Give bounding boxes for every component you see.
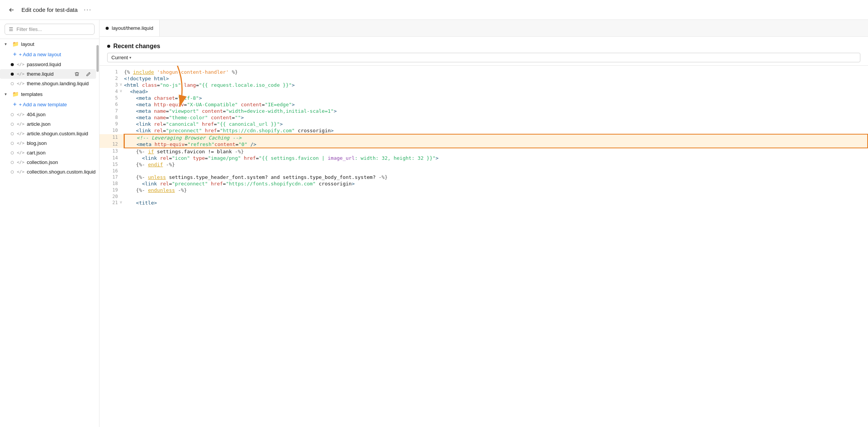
back-button[interactable] — [6, 5, 17, 15]
line-number: 8 — [100, 114, 118, 121]
line-code[interactable]: <meta http-equiv="refresh"content="0" /> — [124, 141, 868, 148]
line-code[interactable] — [124, 168, 868, 174]
line-code[interactable]: {%- if settings.favicon != blank -%} — [124, 148, 868, 155]
tab-bar: layout/theme.liquid — [100, 20, 868, 37]
dot — [11, 123, 14, 126]
line-code[interactable]: {%- endif -%} — [124, 161, 868, 168]
editor-tab[interactable]: layout/theme.liquid — [100, 20, 160, 36]
chevron-down-icon: ▾ — [129, 55, 131, 60]
file-name-shogun: theme.shogun.landing.liquid — [27, 81, 89, 86]
code-line-13: 13 {%- if settings.favicon != blank -%} — [100, 148, 868, 155]
line-version — [118, 127, 124, 134]
line-code[interactable]: <meta http-equiv="X-UA-Compatible" conte… — [124, 101, 868, 108]
code-line-5: 5 <meta charset="utf-8"> — [100, 95, 868, 101]
line-code[interactable]: <meta charset="utf-8"> — [124, 95, 868, 101]
tab-label: layout/theme.liquid — [112, 25, 153, 31]
templates-folder[interactable]: ▾ 📁 templates — [0, 89, 96, 99]
line-number: 13 — [100, 148, 118, 155]
code-container[interactable]: 1 {% include 'shogun-content-handler' %}… — [100, 66, 868, 427]
line-code[interactable]: <link rel="canonical" href="{{ canonical… — [124, 121, 868, 127]
add-template-button[interactable]: + + Add a new template — [0, 99, 96, 110]
tag: </> — [17, 160, 24, 165]
line-version — [118, 193, 124, 200]
code-line-2: 2 <!doctype html> — [100, 75, 868, 82]
line-number: 2 — [100, 75, 118, 82]
line-number: 18 — [100, 180, 118, 187]
templates-chevron: ▾ — [5, 92, 10, 97]
sidebar-scrollbar[interactable] — [96, 39, 99, 427]
dot — [11, 161, 14, 164]
code-line-19: 19 {%- endunless -%} — [100, 187, 868, 193]
file-collection[interactable]: </> collection.json — [0, 157, 96, 167]
line-number: 9 — [100, 121, 118, 127]
templates-folder-icon: 📁 — [12, 91, 19, 97]
line-code[interactable]: <!-- Leveraging Browser Caching --> — [124, 134, 868, 141]
code-line-17: 17 {%- unless settings.type_header_font.… — [100, 174, 868, 180]
folder-icon: 📁 — [12, 41, 19, 47]
line-code[interactable]: {%- unless settings.type_header_font.sys… — [124, 174, 868, 180]
line-version: v — [118, 88, 124, 95]
current-dropdown[interactable]: Current ▾ — [107, 53, 860, 62]
file-password-liquid[interactable]: </> password.liquid — [0, 60, 96, 69]
file-cart[interactable]: </> cart.json — [0, 148, 96, 157]
line-code[interactable]: <meta name="viewport" content="width=dev… — [124, 108, 868, 114]
filter-icon: ☰ — [9, 26, 13, 32]
file-404[interactable]: </> 404.json — [0, 110, 96, 119]
file-article[interactable]: </> article.json — [0, 119, 96, 129]
add-layout-button[interactable]: + + Add a new layout — [0, 49, 96, 60]
layout-folder[interactable]: ▾ 📁 layout — [0, 39, 96, 49]
line-code[interactable]: <link rel="icon" type="image/png" href="… — [124, 155, 868, 161]
layout-folder-group: ▾ 📁 layout + + Add a new layout </> pass… — [0, 39, 96, 88]
line-version — [118, 168, 124, 174]
line-code[interactable]: <!doctype html> — [124, 75, 868, 82]
layout-folder-label: layout — [21, 41, 34, 47]
filter-input-wrap[interactable]: ☰ — [5, 24, 95, 35]
add-icon: + — [13, 51, 16, 58]
line-code[interactable]: <link rel="preconnect" href="https://fon… — [124, 180, 868, 187]
name: blog.json — [27, 140, 47, 146]
sidebar-content: ▾ 📁 layout + + Add a new layout </> pass… — [0, 39, 96, 427]
line-version — [118, 95, 124, 101]
line-code[interactable]: <html class="no-js" lang="{{ request.loc… — [124, 82, 868, 88]
code-line-10: 10 <link rel="preconnect" href="https://… — [100, 127, 868, 134]
line-version — [118, 180, 124, 187]
line-version — [118, 187, 124, 193]
delete-button[interactable] — [72, 70, 82, 79]
line-code[interactable] — [124, 193, 868, 200]
code-line-4: 4 v <head> — [100, 88, 868, 95]
code-line-20: 20 — [100, 193, 868, 200]
file-article-shogun[interactable]: </> article.shogun.custom.liquid — [0, 129, 96, 138]
line-number: 20 — [100, 193, 118, 200]
tag: </> — [17, 169, 24, 174]
file-theme-liquid[interactable]: </> theme.liquid — [0, 69, 96, 79]
dot — [11, 142, 14, 145]
line-version — [118, 148, 124, 155]
file-blog[interactable]: </> blog.json — [0, 138, 96, 148]
sidebar-scroll-area: ▾ 📁 layout + + Add a new layout </> pass… — [0, 39, 99, 427]
line-version — [118, 155, 124, 161]
more-options-button[interactable]: ··· — [84, 6, 92, 14]
line-number: 15 — [100, 161, 118, 168]
edit-button[interactable] — [84, 70, 93, 79]
tag: </> — [17, 131, 24, 136]
line-version: v — [118, 82, 124, 88]
templates-folder-group: ▾ 📁 templates + + Add a new template </>… — [0, 89, 96, 177]
file-name-active: theme.liquid — [27, 71, 54, 77]
file-theme-shogun[interactable]: </> theme.shogun.landing.liquid — [0, 79, 96, 88]
line-code[interactable]: {%- endunless -%} — [124, 187, 868, 193]
line-code[interactable]: {% include 'shogun-content-handler' %} — [124, 69, 868, 75]
line-number: 7 — [100, 108, 118, 114]
code-line-12: 12 <meta http-equiv="refresh"content="0"… — [100, 141, 868, 148]
filter-input[interactable] — [16, 26, 90, 32]
line-code[interactable]: <link rel="preconnect" href="https://cdn… — [124, 127, 868, 134]
sidebar: ☰ ▾ 📁 layout + + Add a new layout — [0, 20, 100, 427]
file-collection-shogun[interactable]: </> collection.shogun.custom.liquid — [0, 167, 96, 177]
recent-changes-title: Recent changes — [113, 43, 160, 50]
editor-area: layout/theme.liquid Recent changes Curre… — [100, 20, 868, 427]
dot — [11, 132, 14, 135]
code-line-7: 7 <meta name="viewport" content="width=d… — [100, 108, 868, 114]
line-code[interactable]: <meta name="theme-color" content=""> — [124, 114, 868, 121]
line-code[interactable]: <title> — [124, 200, 868, 206]
line-code[interactable]: <head> — [124, 88, 868, 95]
file-dot — [11, 63, 14, 66]
